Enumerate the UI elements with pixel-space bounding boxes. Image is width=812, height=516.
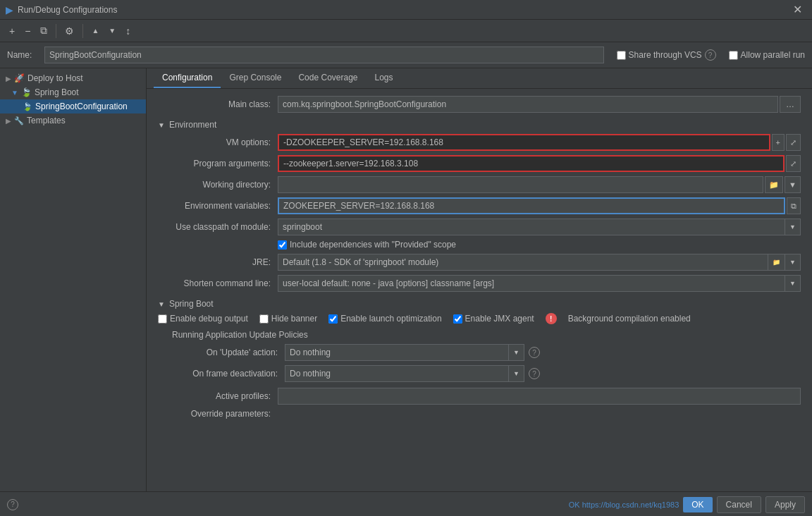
watermark-text: OK https://blog.csdn.net/kq1983 [569, 500, 679, 509]
ok-button[interactable]: OK [683, 497, 712, 512]
env-vars-input[interactable] [278, 197, 785, 214]
working-dir-input[interactable] [278, 176, 763, 193]
spring-boot-section-header: ▼ Spring Boot [158, 299, 801, 309]
use-classpath-label: Use classpath of module: [158, 222, 278, 232]
program-args-row: Program arguments: ⤢ [158, 155, 801, 172]
remove-config-button[interactable]: − [21, 23, 34, 39]
vm-options-input[interactable] [278, 134, 770, 151]
share-vcs-row: Share through VCS ? [617, 49, 716, 61]
window-title: Run/Debug Configurations [18, 5, 789, 15]
name-label: Name: [7, 50, 39, 60]
jre-select[interactable]: Default (1.8 - SDK of 'springboot' modul… [278, 254, 768, 271]
working-dir-row: Working directory: 📁 ▼ [158, 176, 801, 193]
sidebar-item-templates[interactable]: ▶ 🔧 Templates [0, 113, 146, 128]
working-dir-dropdown-button[interactable]: ▼ [785, 176, 801, 193]
templates-expand-icon: ▶ [6, 117, 11, 125]
shorten-cmd-row: Shorten command line: user-local default… [158, 275, 801, 292]
sidebar-item-spring-boot[interactable]: ▼ 🍃 Spring Boot [0, 85, 146, 99]
environment-label: Environment [169, 120, 216, 130]
active-profiles-row: Active profiles: [158, 388, 801, 405]
allow-parallel-row: Allow parallel run [729, 50, 805, 60]
bottom-help-icon[interactable]: ? [7, 499, 18, 510]
on-update-help-icon[interactable]: ? [529, 347, 540, 358]
vm-options-row: VM options: + ⤢ [158, 134, 801, 151]
tab-configuration[interactable]: Configuration [154, 68, 221, 88]
working-dir-label: Working directory: [158, 180, 278, 190]
vm-options-label: VM options: [158, 137, 278, 147]
title-bar: ▶ Run/Debug Configurations ✕ [0, 0, 812, 20]
environment-section-header: ▼ Environment [158, 120, 801, 130]
main-class-browse-button[interactable]: … [780, 96, 801, 113]
name-input[interactable] [44, 47, 604, 63]
settings-button[interactable]: ⚙ [61, 23, 78, 39]
vm-expand-button[interactable]: + [772, 134, 785, 151]
program-args-input[interactable] [278, 155, 785, 172]
spring-boot-expand-icon[interactable]: ▼ [158, 300, 165, 308]
toolbar-separator [56, 24, 56, 38]
allow-parallel-checkbox[interactable] [729, 51, 738, 60]
enable-jmx-checkbox[interactable] [453, 314, 462, 324]
on-update-select-arrow[interactable]: ▼ [509, 344, 524, 361]
shorten-cmd-select[interactable]: user-local default: none - java [options… [278, 275, 785, 292]
hide-banner-checkbox[interactable] [259, 314, 269, 324]
main-class-input[interactable] [278, 96, 778, 113]
on-frame-deactivation-row: On frame deactivation: Do nothing Update… [172, 365, 801, 382]
on-update-select-wrapper: Do nothing Update classes and resources … [285, 344, 524, 361]
on-update-select[interactable]: Do nothing Update classes and resources … [285, 344, 509, 361]
active-profiles-input[interactable] [278, 388, 801, 405]
include-deps-checkbox[interactable] [278, 240, 287, 250]
deploy-expand-icon: ▶ [6, 75, 11, 82]
move-down-button[interactable]: ▼ [105, 25, 119, 37]
sidebar-item-deploy-to-host[interactable]: ▶ 🚀 Deploy to Host [0, 71, 146, 85]
tab-grep-console[interactable]: Grep Console [221, 68, 290, 88]
tab-logs[interactable]: Logs [367, 68, 402, 88]
enable-launch-checkbox[interactable] [328, 314, 338, 324]
enable-debug-checkbox[interactable] [158, 314, 167, 324]
deploy-icon: 🚀 [14, 73, 25, 83]
working-dir-browse-button[interactable]: 📁 [765, 176, 783, 193]
spring-expand-icon: ▼ [11, 89, 18, 97]
on-frame-select-wrapper: Do nothing Update classes and resources … [285, 365, 524, 382]
name-row: Name: Share through VCS ? Allow parallel… [0, 42, 812, 68]
prog-args-expand-button[interactable]: ⤢ [786, 155, 801, 172]
add-config-button[interactable]: + [6, 23, 18, 39]
move-up-button[interactable]: ▲ [88, 25, 102, 37]
sidebar-item-spring-boot-config[interactable]: 🍃 SpringBootConfiguration [0, 99, 146, 113]
env-expand-icon[interactable]: ▼ [158, 121, 165, 129]
env-vars-edit-button[interactable]: ⧉ [787, 197, 801, 214]
on-frame-help-icon[interactable]: ? [529, 368, 540, 379]
sidebar-deploy-label: Deploy to Host [27, 73, 83, 83]
on-frame-select-arrow[interactable]: ▼ [509, 365, 524, 382]
main-class-row: Main class: … [158, 96, 801, 113]
vm-fullscreen-button[interactable]: ⤢ [786, 134, 801, 151]
move-button[interactable]: ↕ [122, 23, 134, 39]
shorten-cmd-label: Shorten command line: [158, 278, 278, 288]
apply-button[interactable]: Apply [765, 496, 805, 513]
tab-code-coverage[interactable]: Code Coverage [290, 68, 366, 88]
share-vcs-help-icon[interactable]: ? [705, 49, 716, 61]
sidebar: ▶ 🚀 Deploy to Host ▼ 🍃 Spring Boot 🍃 Spr… [0, 68, 147, 491]
classpath-select-arrow[interactable]: ▼ [785, 219, 801, 235]
spring-icon: 🍃 [21, 87, 32, 97]
jre-select-wrapper: Default (1.8 - SDK of 'springboot' modul… [278, 254, 801, 271]
include-deps-row: Include dependencies with "Provided" sco… [278, 240, 801, 250]
share-vcs-checkbox[interactable] [617, 51, 626, 60]
hide-banner-label: Hide banner [259, 314, 317, 324]
on-frame-select[interactable]: Do nothing Update classes and resources … [285, 365, 509, 382]
enable-launch-label: Enable launch optimization [328, 314, 441, 324]
jre-label: JRE: [158, 257, 278, 267]
use-classpath-row: Use classpath of module: springboot ▼ [158, 219, 801, 235]
shorten-cmd-select-arrow[interactable]: ▼ [785, 275, 801, 292]
bg-compilation-info-icon: ! [546, 313, 557, 324]
override-params-label: Override parameters: [158, 409, 278, 419]
enable-jmx-label: Enable JMX agent [453, 314, 534, 324]
shorten-cmd-select-wrapper: user-local default: none - java [options… [278, 275, 801, 292]
cancel-button[interactable]: Cancel [717, 496, 761, 513]
enable-debug-label: Enable debug output [158, 314, 248, 324]
use-classpath-select[interactable]: springboot [278, 219, 785, 235]
jre-select-arrow[interactable]: ▼ [785, 254, 801, 271]
close-button[interactable]: ✕ [789, 1, 806, 18]
copy-config-button[interactable]: ⧉ [37, 23, 51, 39]
toolbar: + − ⧉ ⚙ ▲ ▼ ↕ [0, 20, 812, 42]
jre-folder-icon[interactable]: 📁 [768, 254, 785, 271]
